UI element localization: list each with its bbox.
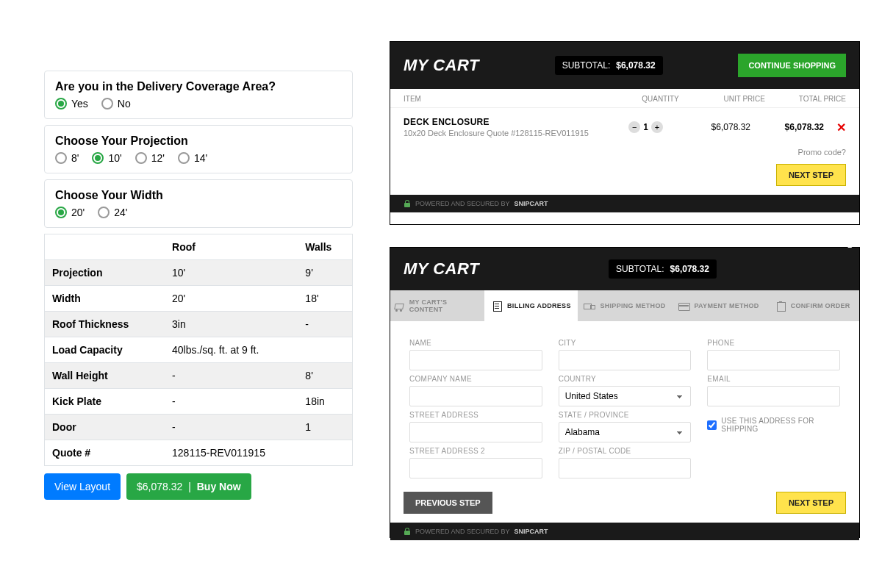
country-select[interactable]: United States — [559, 386, 692, 406]
table-row: Quote #128115-REV011915 — [45, 440, 353, 466]
radio-label: 24' — [114, 207, 127, 218]
city-input[interactable] — [559, 350, 692, 370]
truck-icon — [584, 301, 595, 310]
use-for-shipping-checkbox[interactable] — [707, 420, 717, 430]
subtotal-label: SUBTOTAL: — [616, 264, 664, 274]
cart-header: MY CART SUBTOTAL: $6,078.32 CONTINUE SHO… — [390, 42, 859, 89]
subtotal-badge: SUBTOTAL: $6,078.32 — [609, 259, 717, 279]
buy-now-button[interactable]: $6,078.32 | Buy Now — [126, 473, 251, 500]
spec-header-blank — [45, 234, 165, 260]
view-layout-button[interactable]: View Layout — [44, 473, 121, 500]
step-label: CONFIRM ORDER — [791, 302, 850, 309]
state-label: STATE / PROVINCE — [559, 411, 692, 419]
col-total-price: TOTAL PRICE — [765, 95, 846, 103]
email-label: EMAIL — [707, 375, 840, 383]
buy-divider: | — [188, 481, 191, 492]
width-radio-20[interactable]: 20' — [55, 207, 85, 218]
table-row: Wall Height-8' — [45, 363, 353, 389]
street1-label: STREET ADDRESS — [409, 411, 542, 419]
step-label: BILLING ADDRESS — [507, 302, 571, 309]
nav-row: PREVIOUS STEP NEXT STEP — [390, 481, 859, 523]
qty-decrement-button[interactable]: − — [628, 121, 640, 133]
action-buttons: View Layout $6,078.32 | Buy Now — [44, 473, 353, 500]
spec-table: Roof Walls Projection10'9' Width20'18' R… — [44, 234, 353, 466]
cart-line-item: DECK ENCLOSURE 10x20 Deck Enclosure Quot… — [390, 108, 859, 143]
product-name: DECK ENCLOSURE — [404, 117, 614, 127]
cart-title: MY CART — [404, 56, 479, 75]
delivery-radio-yes[interactable]: Yes — [55, 98, 88, 110]
remove-item-button[interactable]: ✕ — [824, 121, 846, 135]
table-row: Load Capacity 40lbs./sq. ft. at 9 ft. — [45, 337, 353, 363]
radio-label: 8' — [71, 152, 79, 164]
table-row: Kick Plate-18in — [45, 389, 353, 415]
cart-header: MY CART SUBTOTAL: $6,078.32 — [390, 248, 859, 290]
company-input[interactable] — [409, 386, 542, 406]
step-billing-address[interactable]: BILLING ADDRESS — [484, 290, 578, 321]
quantity-control: − 1 + — [614, 121, 677, 133]
clipboard-icon — [775, 301, 786, 310]
radio-label: 10' — [108, 152, 121, 164]
cart-icon — [393, 301, 405, 310]
step-label: MY CART'S CONTENT — [409, 298, 481, 313]
zip-input[interactable] — [559, 458, 692, 478]
next-step-button[interactable]: NEXT STEP — [776, 492, 846, 514]
product-info: DECK ENCLOSURE 10x20 Deck Enclosure Quot… — [404, 117, 614, 137]
cart-column-headers: ITEM QUANTITY UNIT PRICE TOTAL PRICE — [390, 89, 859, 108]
card-icon — [678, 301, 689, 310]
projection-radio-14[interactable]: 14' — [178, 152, 207, 164]
radio-dot-icon — [178, 152, 190, 164]
street2-label: STREET ADDRESS 2 — [409, 447, 542, 455]
step-cart-content[interactable]: MY CART'S CONTENT — [390, 290, 484, 321]
company-label: COMPANY NAME — [409, 375, 542, 383]
billing-form: NAME COMPANY NAME STREET ADDRESS STREET … — [390, 321, 859, 481]
radio-dot-icon — [55, 152, 67, 164]
cart-footer: POWERED AND SECURED BY SNIPCART — [390, 195, 859, 212]
step-shipping-method[interactable]: SHIPPING METHOD — [578, 290, 672, 321]
name-input[interactable] — [409, 350, 542, 370]
table-row: Projection10'9' — [45, 260, 353, 286]
col-qty: QUANTITY — [629, 95, 692, 103]
delivery-radio-no[interactable]: No — [101, 98, 131, 110]
total-price: $6,078.32 — [750, 122, 824, 132]
name-label: NAME — [409, 339, 542, 347]
table-row: Width20'18' — [45, 286, 353, 312]
use-for-shipping-row: USE THIS ADDRESS FOR SHIPPING — [707, 417, 840, 433]
col-item: ITEM — [404, 95, 629, 103]
form-col-3: PHONE EMAIL USE THIS ADDRESS FOR SHIPPIN… — [707, 334, 840, 478]
email-input[interactable] — [707, 386, 840, 406]
unit-price: $6,078.32 — [677, 122, 750, 132]
width-card: Choose Your Width 20' 24' — [44, 179, 353, 228]
table-row: Roof Thickness3in- — [45, 312, 353, 337]
subtotal-badge: SUBTOTAL: $6,078.32 — [555, 56, 663, 75]
phone-input[interactable] — [707, 350, 840, 370]
street2-input[interactable] — [409, 458, 542, 478]
form-col-2: CITY COUNTRY United States STATE / PROVI… — [559, 334, 692, 478]
qty-increment-button[interactable]: + — [651, 121, 663, 133]
previous-step-button[interactable]: PREVIOUS STEP — [404, 492, 492, 514]
continue-shopping-button[interactable]: CONTINUE SHOPPING — [738, 54, 846, 77]
width-title: Choose Your Width — [55, 189, 342, 202]
step-confirm-order[interactable]: CONFIRM ORDER — [765, 290, 859, 321]
col-unit-price: UNIT PRICE — [692, 95, 765, 103]
width-radio-24[interactable]: 24' — [98, 207, 127, 218]
subtotal-label: SUBTOTAL: — [562, 60, 611, 71]
buy-price: $6,078.32 — [137, 481, 182, 492]
projection-radio-10[interactable]: 10' — [92, 152, 121, 164]
radio-dot-icon — [98, 207, 110, 218]
projection-radio-12[interactable]: 12' — [135, 152, 165, 164]
projection-radio-8[interactable]: 8' — [55, 152, 79, 164]
spec-header-walls: Walls — [298, 234, 352, 260]
form-col-1: NAME COMPANY NAME STREET ADDRESS STREET … — [409, 334, 542, 478]
radio-label: Yes — [71, 98, 88, 110]
radio-dot-icon — [55, 98, 67, 110]
radio-dot-icon — [55, 207, 67, 218]
subtotal-value: $6,078.32 — [616, 60, 655, 71]
country-label: COUNTRY — [559, 375, 692, 383]
promo-code-link[interactable]: Promo code? — [390, 143, 859, 157]
spec-header-roof: Roof — [165, 234, 298, 260]
state-select[interactable]: Alabama — [559, 422, 692, 442]
next-step-button[interactable]: NEXT STEP — [776, 164, 846, 186]
step-payment-method[interactable]: PAYMENT METHOD — [672, 290, 766, 321]
lock-icon — [404, 200, 411, 207]
street1-input[interactable] — [409, 422, 542, 442]
